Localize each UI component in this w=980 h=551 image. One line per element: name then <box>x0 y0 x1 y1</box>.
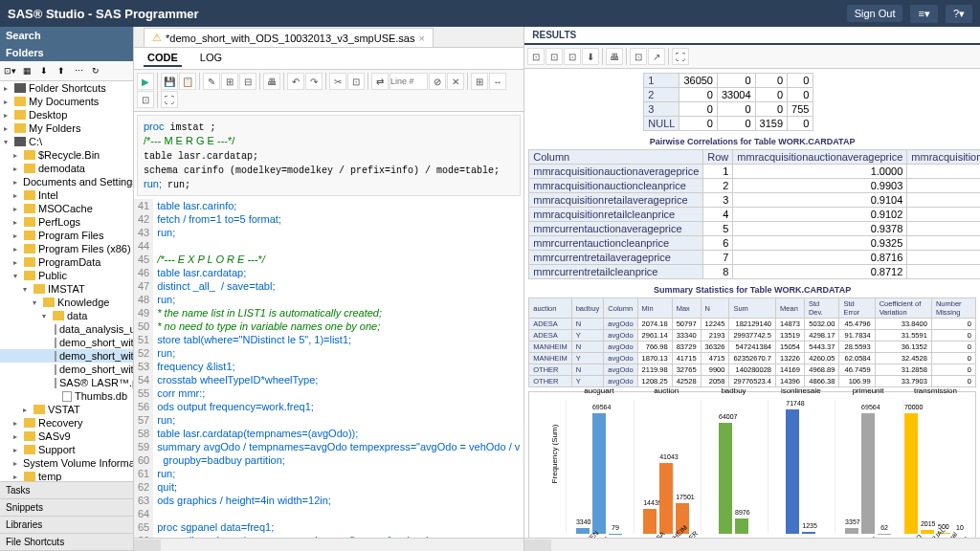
editor-toolbar: ▶ 💾 📋 ✎ ⊞ ⊟ 🖶 ↶ ↷ ✂ ⊡ ⇄ ⊘ ✕ ⊞ ↔ ⊡ <box>134 70 523 112</box>
results-toolbar: ⊡ ⊡ ⊡ ⬇ 🖶 ⊡ ↗ ⛶ <box>524 45 980 69</box>
folders-toolbar: ⊡▾ ▦ ⬇ ⬆ ⋯ ↻ <box>0 61 133 81</box>
tool-icon[interactable]: ⊟ <box>239 73 256 90</box>
tree-item[interactable]: ▸PerfLogs <box>0 215 133 229</box>
tree-item[interactable]: ▾Knowledge <box>0 296 133 309</box>
tree-item[interactable]: ▸Support <box>0 443 133 456</box>
more-icon[interactable]: ⋯ <box>71 63 86 78</box>
print-icon[interactable]: 🖶 <box>263 73 280 90</box>
download-icon[interactable]: ⬇ <box>36 63 52 78</box>
saveas-icon[interactable]: 📋 <box>179 73 196 90</box>
sidebar-tab[interactable]: Snippets <box>0 499 133 517</box>
tree-item[interactable]: ▸SASv9 <box>0 430 133 443</box>
folder-tree: ▸Folder Shortcuts▸My Documents▸Desktop▸M… <box>0 81 133 481</box>
app-title: SAS® Studio - SAS Programmer <box>8 7 199 21</box>
tree-item[interactable]: demo_short_with_ <box>0 349 133 363</box>
sidebar-tab[interactable]: File Shortcuts <box>0 534 133 551</box>
tool-icon[interactable]: ↗ <box>648 48 665 65</box>
fullscreen-icon[interactable]: ⛶ <box>161 91 178 108</box>
tree-item[interactable]: ▸System Volume Information <box>0 456 133 470</box>
tool-icon[interactable]: ⊞ <box>221 73 238 90</box>
tool-icon[interactable]: ⊞ <box>471 73 488 90</box>
fullscreen-icon[interactable]: ⛶ <box>672 48 689 65</box>
upload-icon[interactable]: ⬆ <box>54 63 69 78</box>
tree-item[interactable]: ▸Recovery <box>0 416 133 430</box>
tree-item[interactable]: ▸Documents and Settings <box>0 175 133 188</box>
tree-item[interactable]: data_analysis_usin <box>0 322 133 336</box>
correlation-table: ColumnRowmmracquisitionauctionaveragepri… <box>528 149 980 279</box>
tree-item[interactable]: ▸My Folders <box>0 121 133 135</box>
editor-panel: ⚠ *demo_short_with_ODS_10032013_v3_smpUS… <box>134 27 524 551</box>
tree-item[interactable]: ▸$Recycle.Bin <box>0 148 133 162</box>
h-scrollbar[interactable] <box>134 538 523 551</box>
tab-filename: *demo_short_with_ODS_10032013_v3_smpUSE.… <box>166 33 415 44</box>
tool-icon[interactable]: ✎ <box>203 73 220 90</box>
tree-item[interactable]: ▸temp <box>0 470 133 481</box>
results-panel: RESULTS ⊡ ⊡ ⊡ ⬇ 🖶 ⊡ ↗ ⛶ 1360500002033004… <box>524 27 980 551</box>
tool-icon[interactable]: ⊡ <box>137 91 154 108</box>
line-input[interactable] <box>390 73 428 90</box>
tree-item[interactable]: SAS® LASR™.pptx <box>0 376 133 389</box>
code-preview: proc imstat ; /*--- M E R G E ---*/ tabl… <box>137 115 521 196</box>
editor-subtab[interactable]: CODE <box>144 50 182 67</box>
menu-icon[interactable]: ≡▾ <box>910 5 937 23</box>
tree-item[interactable]: ▸My Documents <box>0 95 133 108</box>
stats-table: auctionbadbuyColumnMinMaxNSumMeanStd Dev… <box>528 298 976 387</box>
tree-item[interactable]: Thumbs.db <box>0 389 133 403</box>
tree-item[interactable]: ▾data <box>0 309 133 322</box>
collapse-icon[interactable]: ⊡▾ <box>2 63 17 78</box>
editor-subtab[interactable]: LOG <box>196 50 226 67</box>
table-title: Summary Statistics for Table WORK.CARDAT… <box>528 285 976 295</box>
search-header[interactable]: Search <box>0 27 133 44</box>
tool-icon[interactable]: ⊡ <box>347 73 365 90</box>
run-icon[interactable]: ▶ <box>137 73 154 90</box>
tool-icon[interactable]: ⊡ <box>630 48 647 65</box>
warning-icon: ⚠ <box>152 32 162 44</box>
sidebar-tab[interactable]: Libraries <box>0 517 133 534</box>
tree-item[interactable]: demo_short_with_ <box>0 363 133 376</box>
signout-button[interactable]: Sign Out <box>847 5 903 22</box>
tree-item[interactable]: ▸ProgramData <box>0 255 133 269</box>
tool-icon[interactable]: ↔ <box>489 73 506 90</box>
results-header: RESULTS <box>524 27 980 45</box>
tree-item[interactable]: ▸Program Files (x86) <box>0 242 133 255</box>
tool-icon[interactable]: ⊡ <box>564 48 581 65</box>
print-icon[interactable]: 🖶 <box>606 48 623 65</box>
new-icon[interactable]: ▦ <box>19 63 34 78</box>
tree-item[interactable]: ▾IMSTAT <box>0 282 133 296</box>
tool-icon[interactable]: ⬇ <box>582 48 599 65</box>
tree-item[interactable]: ▸Program Files <box>0 229 133 242</box>
tree-item[interactable]: ▸Intel <box>0 188 133 202</box>
refresh-icon[interactable]: ↻ <box>88 63 103 78</box>
tree-item[interactable]: ▸Desktop <box>0 108 133 121</box>
tree-item[interactable]: ▸Folder Shortcuts <box>0 81 133 95</box>
tree-item[interactable]: ▸MSOCache <box>0 202 133 215</box>
save-icon[interactable]: 💾 <box>161 73 178 90</box>
tree-item[interactable]: ▾C:\ <box>0 135 133 148</box>
tool-icon[interactable]: ⇄ <box>371 73 389 90</box>
tool-icon[interactable]: ⊘ <box>429 73 446 90</box>
left-sidebar: Search Folders ⊡▾ ▦ ⬇ ⬆ ⋯ ↻ ▸Folder Shor… <box>0 27 134 551</box>
h-scrollbar[interactable] <box>524 538 980 551</box>
titlebar: SAS® Studio - SAS Programmer Sign Out ≡▾… <box>0 0 980 27</box>
tree-item[interactable]: ▸demodata <box>0 162 133 175</box>
help-icon[interactable]: ?▾ <box>946 5 972 23</box>
tree-item[interactable]: demo_short_with_ <box>0 336 133 349</box>
tool-icon[interactable]: ⊡ <box>527 48 545 65</box>
tree-item[interactable]: ▾Public <box>0 269 133 282</box>
tool-icon[interactable]: ⊡ <box>546 48 563 65</box>
tool-icon[interactable]: ✕ <box>447 73 464 90</box>
folders-header[interactable]: Folders <box>0 44 133 61</box>
tree-item[interactable]: ▸VSTAT <box>0 403 133 416</box>
redo-icon[interactable]: ↷ <box>305 73 323 90</box>
cut-icon[interactable]: ✂ <box>329 73 346 90</box>
close-icon[interactable]: × <box>419 33 425 44</box>
code-editor[interactable]: 4142434445464748495051525354555657585960… <box>134 199 523 538</box>
sidebar-tab[interactable]: Tasks <box>0 482 133 499</box>
table-title: Pairwise Correlations for Table WORK.CAR… <box>528 137 976 146</box>
result-table: 1360500002033004003000755NULL0031590 <box>643 73 813 131</box>
undo-icon[interactable]: ↶ <box>287 73 304 90</box>
file-tab[interactable]: ⚠ *demo_short_with_ODS_10032013_v3_smpUS… <box>144 28 434 47</box>
chart: Frequency (Sum)aucguart33406956479auctio… <box>528 391 976 538</box>
